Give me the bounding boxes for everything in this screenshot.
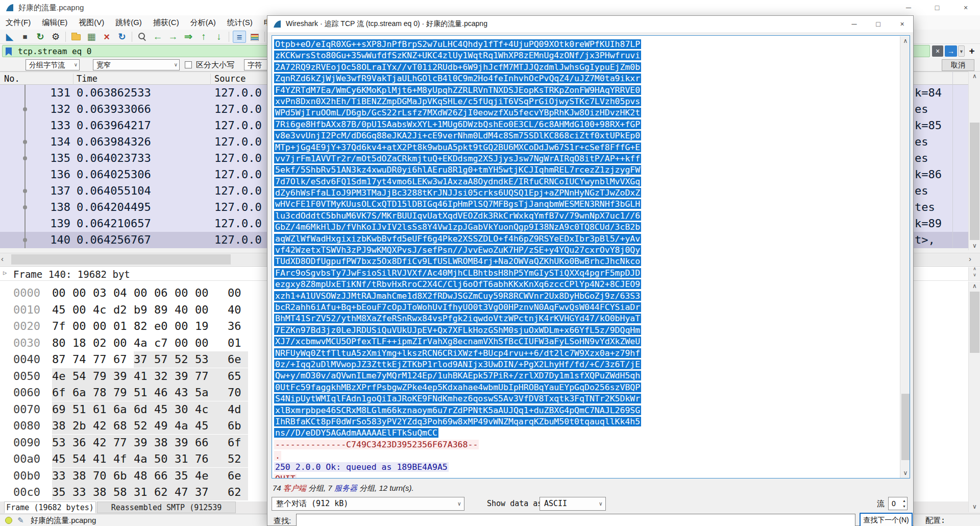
hex-byte[interactable]: 03 xyxy=(93,285,113,301)
expert-info-icon[interactable] xyxy=(5,517,12,524)
hex-byte[interactable]: 02 xyxy=(93,335,113,351)
colorize-icon[interactable]: ≡ xyxy=(233,31,246,43)
hex-byte[interactable]: 39 xyxy=(175,368,195,385)
import-hex-icon[interactable]: ▦ xyxy=(85,31,98,43)
go-bottom-icon[interactable]: ↓ xyxy=(212,31,226,43)
hex-byte[interactable]: 69 xyxy=(52,401,72,418)
bytes-pane-vscrollbar[interactable]: ∧ ∨ xyxy=(968,281,980,512)
hex-byte[interactable]: 54 xyxy=(72,368,93,385)
hex-byte[interactable]: 6e xyxy=(215,351,248,368)
hex-byte[interactable]: 42 xyxy=(93,435,113,451)
hex-byte[interactable]: 00 xyxy=(195,285,215,301)
start-capture-icon[interactable]: ◣ xyxy=(3,31,16,43)
hex-byte[interactable]: 6b xyxy=(113,468,134,484)
scroll-down-icon[interactable]: ∨ xyxy=(900,469,910,476)
hex-byte[interactable]: 30 xyxy=(175,401,195,418)
hex-byte[interactable]: 31 xyxy=(175,451,195,467)
hex-byte[interactable]: 39 xyxy=(113,368,134,385)
hex-byte[interactable]: 01 xyxy=(215,335,248,351)
find-input[interactable] xyxy=(296,514,855,526)
hex-byte[interactable]: 79 xyxy=(93,368,113,385)
case-sensitive-checkbox[interactable] xyxy=(185,61,192,68)
hex-byte[interactable]: 45 xyxy=(52,302,72,318)
hex-row[interactable]: 00706951616a6d45304c4d xyxy=(0,401,286,418)
auto-scroll-icon[interactable] xyxy=(248,31,261,43)
hex-byte[interactable]: 38 xyxy=(52,418,72,434)
menu-item[interactable]: 文件(F) xyxy=(0,15,36,30)
status-profile[interactable]: 配置: Default xyxy=(925,516,980,526)
hex-byte[interactable]: 43 xyxy=(175,385,195,401)
hex-byte[interactable]: 68 xyxy=(113,418,134,434)
hex-byte[interactable]: 00 xyxy=(195,302,215,318)
hex-byte[interactable]: 77 xyxy=(195,368,215,385)
close-button[interactable]: × xyxy=(951,0,980,15)
hex-byte[interactable]: 77 xyxy=(113,435,134,451)
menu-item[interactable]: 跳转(G) xyxy=(110,15,148,30)
hex-byte[interactable]: 00 xyxy=(175,318,195,334)
hex-byte[interactable]: 52 xyxy=(215,451,248,467)
hex-byte[interactable]: 4e xyxy=(52,368,72,385)
hex-row[interactable]: 00b03338706b4866354e6e xyxy=(0,468,286,484)
hex-row[interactable]: 004087747767375752536e xyxy=(0,351,286,368)
tab-frame[interactable]: Frame (19682 bytes) xyxy=(4,501,96,513)
open-file-icon[interactable] xyxy=(69,31,83,43)
minimize-button[interactable]: ─ xyxy=(842,16,866,32)
close-button[interactable]: × xyxy=(890,16,914,32)
packet-list-vscrollbar[interactable]: ∧ ∨ xyxy=(968,71,980,250)
hex-byte[interactable]: 01 xyxy=(113,318,134,334)
hex-byte[interactable]: 4c xyxy=(93,302,113,318)
column-time[interactable]: Time xyxy=(77,74,97,84)
conversation-dropdown[interactable]: 整个对话 (912 kB)∨ xyxy=(272,497,464,511)
hex-byte[interactable]: 41 xyxy=(93,451,113,467)
hscrollbar-thumb[interactable] xyxy=(11,254,231,265)
hex-byte[interactable]: 4a xyxy=(175,418,195,434)
hex-row[interactable]: 00207f00000182e0001936 xyxy=(0,318,286,334)
scroll-down-icon[interactable]: ∨ xyxy=(969,503,980,510)
scroll-up-icon[interactable]: ∧ xyxy=(969,282,980,290)
hex-byte[interactable]: 41 xyxy=(134,368,154,385)
stream-content[interactable]: Otpb+eO/eIqR0XG++sXP8JnPfBrpS2w7uLHC4Qhd… xyxy=(272,35,910,479)
hex-byte[interactable]: 49 xyxy=(154,418,175,434)
hex-byte[interactable]: 6f xyxy=(52,385,72,401)
hex-byte[interactable]: 39 xyxy=(134,435,154,451)
hex-byte[interactable]: 42 xyxy=(93,418,113,434)
menu-item[interactable]: 分析(A) xyxy=(185,15,222,30)
hex-byte[interactable]: 45 xyxy=(52,451,72,467)
hex-byte[interactable]: 52 xyxy=(134,418,154,434)
spinner-arrows-icon[interactable]: ▲▼ xyxy=(902,498,906,509)
hex-byte[interactable]: c7 xyxy=(154,335,175,351)
go-top-icon[interactable]: ↑ xyxy=(197,31,210,43)
encoding-dropdown[interactable]: ASCII∨ xyxy=(540,497,606,511)
add-filter-button[interactable]: + xyxy=(967,45,977,57)
hex-byte[interactable]: 62 xyxy=(154,484,175,500)
hex-byte[interactable]: 00 xyxy=(134,285,154,301)
hex-byte[interactable]: 39 xyxy=(175,435,195,451)
hex-row[interactable]: 009053364277393839666f xyxy=(0,435,286,451)
hex-byte[interactable]: e0 xyxy=(154,318,175,334)
hex-byte[interactable]: 4c xyxy=(195,401,215,418)
hex-byte[interactable]: 6a xyxy=(113,401,134,418)
char-width-dropdown[interactable]: 宽窄∨ xyxy=(93,59,180,70)
go-forward-icon[interactable]: → xyxy=(166,31,180,43)
hex-byte[interactable]: 38 xyxy=(93,484,113,500)
hex-byte[interactable]: 54 xyxy=(72,451,93,467)
search-domain-dropdown[interactable]: 分组字节流∨ xyxy=(26,59,80,70)
hex-byte[interactable]: 00 xyxy=(175,335,195,351)
hex-byte[interactable]: 74 xyxy=(72,351,93,368)
hex-byte[interactable]: 77 xyxy=(93,351,113,368)
detail-pane-vscrollbar[interactable]: ∧ ∨ xyxy=(968,267,980,280)
hex-row[interactable]: 00c0353338583162473762 xyxy=(0,484,286,500)
hex-byte[interactable]: 67 xyxy=(113,351,134,368)
hex-byte[interactable]: 66 xyxy=(154,468,175,484)
cancel-button[interactable]: 取消 xyxy=(942,59,974,71)
hex-byte[interactable]: 70 xyxy=(93,468,113,484)
hex-byte[interactable]: 00 xyxy=(195,335,215,351)
hex-byte[interactable]: 6d xyxy=(134,401,154,418)
minimize-button[interactable]: ─ xyxy=(894,0,923,15)
tab-reassembled-smtp[interactable]: Reassembled SMTP (912539 bytes) xyxy=(97,501,236,513)
hex-byte[interactable]: 33 xyxy=(72,484,93,500)
stream-number-spinner[interactable]: 0 ▲▼ xyxy=(888,497,908,510)
hex-byte[interactable]: 37 xyxy=(134,351,154,368)
hex-byte[interactable]: 04 xyxy=(113,285,134,301)
menu-item[interactable]: 编辑(E) xyxy=(36,15,73,30)
